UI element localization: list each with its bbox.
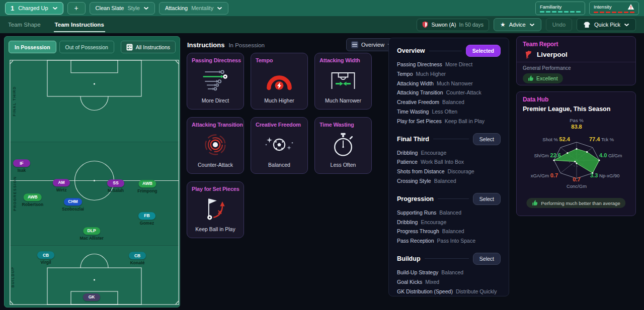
data-hub-title: Data Hub — [523, 96, 629, 103]
chevron-down-icon — [529, 23, 535, 27]
setting-label: Supporting Runs — [397, 208, 436, 218]
liverpool-crest-icon — [525, 50, 532, 59]
player-name: Mac Allister — [79, 236, 103, 241]
player-role-badge[interactable]: AWB — [138, 180, 156, 187]
data-hub-panel[interactable]: Data Hub Premier League, This Season Pas… — [516, 91, 636, 216]
mentality-value: Attacking — [165, 5, 188, 11]
instruction-section: Overview Selected Passing Directness Mor… — [397, 44, 501, 126]
setting-row[interactable]: Attacking Transition Counter-Attack — [397, 88, 501, 97]
pitch-player[interactable]: CB Konaté — [129, 252, 146, 266]
setting-row[interactable]: GK Distribution Balanced — [397, 296, 501, 296]
tab-team-shape[interactable]: Team Shape — [8, 16, 41, 33]
preset-dropdown[interactable]: 1 Charged Up — [5, 2, 63, 15]
player-role-badge[interactable]: GK — [83, 293, 100, 301]
pitch-player[interactable]: CB Virgil — [37, 252, 54, 265]
pitch-player[interactable]: SS M.Salah — [107, 179, 124, 193]
section-select-button[interactable]: Select — [473, 253, 501, 265]
intensity-label: Intensity — [594, 4, 611, 10]
quick-pick-dropdown[interactable]: Quick Pick — [577, 18, 636, 31]
player-name: Gomez — [140, 221, 154, 226]
instruction-card[interactable]: Play for Set Pieces Keep Ball in Play — [187, 181, 244, 238]
player-role-badge[interactable]: CB — [37, 252, 54, 259]
undo-button[interactable]: Undo — [546, 18, 572, 31]
instruction-card[interactable]: Time Wasting Less Often — [314, 117, 372, 174]
tab-out-of-possession[interactable]: Out of Possession — [59, 41, 114, 53]
advice-dropdown[interactable]: ★ Advice — [494, 18, 541, 31]
tab-team-instructions[interactable]: Team Instructions — [55, 16, 104, 33]
setting-row[interactable]: Supporting Runs Balanced — [397, 208, 501, 218]
next-fixture-chip[interactable]: Suwon (A) In 50 days — [417, 19, 489, 31]
instruction-section: Buildup Select Build-Up Strategy Balance… — [397, 252, 501, 296]
meter-dash — [594, 12, 598, 13]
club-name: Liverpool — [537, 51, 568, 58]
section-select-button[interactable]: Select — [473, 133, 501, 145]
setting-row[interactable]: Tempo Much Higher — [397, 69, 501, 79]
pitch-player[interactable]: AWB Robertson — [22, 193, 44, 207]
player-role-badge[interactable]: AWB — [24, 193, 42, 201]
setting-row[interactable]: Play for Set Pieces Keep Ball in Play — [397, 117, 501, 126]
player-role-badge[interactable]: IF — [13, 160, 30, 167]
data-hub-summary-text: Performing much better than average — [541, 200, 620, 206]
setting-row[interactable]: Goal Kicks Mixed — [397, 277, 501, 287]
section-select-button[interactable]: Select — [473, 193, 501, 205]
all-instructions-button[interactable]: All Instructions — [121, 41, 176, 53]
setting-row[interactable]: Pass Reception Pass Into Space — [397, 236, 501, 246]
setting-label: Tempo — [397, 69, 413, 79]
style-dropdown[interactable]: Clean Slate Style — [90, 2, 155, 15]
setting-row[interactable]: Attacking Width Much Narrower — [397, 79, 501, 88]
setting-value: Balanced — [442, 227, 464, 236]
player-role-badge[interactable]: CB — [129, 252, 146, 260]
add-preset-button[interactable]: + — [67, 2, 86, 15]
instruction-card[interactable]: Creative Freedom Balanced — [251, 117, 308, 174]
pitch-player[interactable]: CHM Szoboszlai — [62, 198, 84, 212]
team-report-panel[interactable]: Team Report Liverpool General Performanc… — [516, 36, 636, 85]
familiarity-label: Familiarity — [540, 4, 561, 10]
pitch-player[interactable]: IF Isak — [13, 160, 30, 173]
familiarity-dashes — [540, 11, 581, 13]
player-role-badge[interactable]: SS — [107, 179, 124, 187]
tactics-pitch[interactable]: FINAL THIRD PROGRESSION BUILDUP IF Isak … — [10, 60, 179, 305]
pitch-player[interactable]: FB Gomez — [138, 212, 155, 226]
team-report-title: Team Report — [523, 41, 629, 48]
setting-row[interactable]: GK Distribution (Speed) Distribute Quick… — [397, 287, 501, 296]
advice-label: Advice — [509, 22, 526, 28]
shirt-icon — [583, 21, 591, 28]
setting-value: Balanced — [439, 208, 461, 218]
player-name: Frimpong — [137, 188, 157, 193]
setting-row[interactable]: Shots from Distance Discourage — [397, 167, 501, 176]
instruction-card[interactable]: Tempo Much Higher — [251, 53, 308, 110]
instruction-card[interactable]: Attacking Transition Counter-Attack — [187, 117, 244, 174]
setting-row[interactable]: Time Wasting Less Often — [397, 107, 501, 117]
radar-axis-label: xGA/Gm 0.7 — [531, 172, 558, 178]
mentality-dropdown[interactable]: Attacking Mentality — [159, 2, 228, 15]
player-role-badge[interactable]: FB — [138, 212, 155, 220]
setting-row[interactable]: Dribbling Encourage — [397, 218, 501, 227]
setting-row[interactable]: Progress Through Balanced — [397, 227, 501, 236]
intensity-dashes — [594, 12, 634, 13]
setting-row[interactable]: Creative Freedom Balanced — [397, 97, 501, 107]
familiarity-meter: Familiarity — [535, 2, 585, 15]
pitch-player[interactable]: DLP Mac Allister — [79, 227, 103, 241]
setting-row[interactable]: Passing Directness More Direct — [397, 60, 501, 69]
pitch-player[interactable]: AM Wirtz — [53, 179, 70, 192]
player-role-badge[interactable]: DLP — [83, 227, 100, 235]
all-instructions-label: All Instructions — [136, 44, 170, 50]
chevron-down-icon — [143, 7, 149, 10]
pitch-player[interactable]: GK — [83, 293, 100, 301]
instruction-card[interactable]: Attacking Width Much Narrower — [314, 53, 372, 110]
meter-dash — [600, 12, 604, 13]
section-select-button[interactable]: Selected — [466, 45, 501, 57]
meter-dash — [546, 11, 550, 13]
player-role-badge[interactable]: CHM — [64, 198, 82, 205]
pitch-player[interactable]: AWB Frimpong — [137, 180, 157, 193]
setting-row[interactable]: Patience Work Ball Into Box — [397, 157, 501, 167]
setting-row[interactable]: Dribbling Encourage — [397, 148, 501, 158]
player-name: M.Salah — [108, 188, 124, 193]
setting-row[interactable]: Build-Up Strategy Balanced — [397, 268, 501, 277]
setting-label: GK Distribution (Speed) — [397, 287, 453, 296]
setting-row[interactable]: Crossing Style Balanced — [397, 176, 501, 186]
tab-in-possession[interactable]: In Possession — [9, 41, 56, 53]
instruction-card[interactable]: Passing Directness More Direct — [187, 53, 244, 110]
setting-value: Encourage — [421, 148, 446, 158]
player-role-badge[interactable]: AM — [53, 179, 70, 186]
